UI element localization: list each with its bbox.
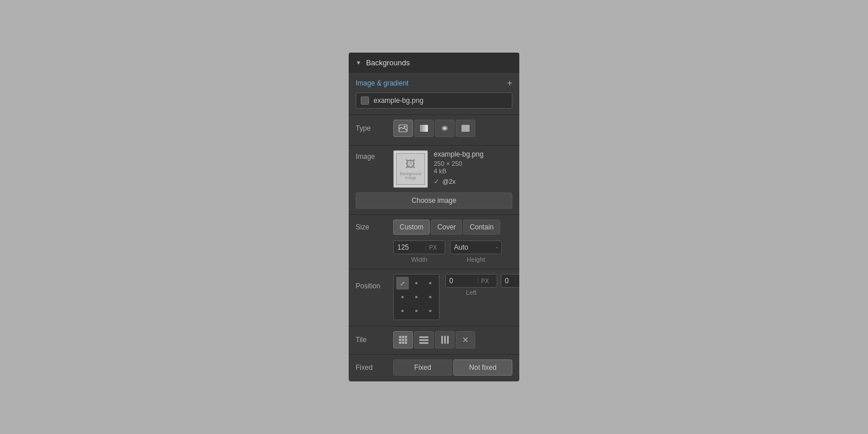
image-name: example-bg.png	[434, 150, 512, 158]
type-section: Type	[349, 115, 519, 146]
filename-text: example-bg.png	[374, 97, 423, 105]
retina-label: @2x	[442, 178, 456, 185]
svg-point-1	[404, 126, 406, 128]
fixed-label: Fixed	[356, 363, 387, 372]
svg-point-4	[441, 125, 448, 131]
tile-vertical-icon	[441, 336, 449, 344]
image-section: Image 🖼 BackgroundImage example-bg.png 2…	[349, 146, 519, 215]
size-section: Size Custom Cover Contain PX Width Auto …	[349, 215, 519, 269]
retina-checkmark: ✓	[434, 177, 439, 186]
size-buttons: Custom Cover Contain	[393, 220, 500, 235]
size-cover-btn[interactable]: Cover	[431, 220, 462, 235]
type-row: Type	[356, 120, 512, 137]
height-dash: -	[496, 243, 498, 251]
type-buttons	[393, 120, 475, 137]
height-auto-text: Auto	[454, 243, 468, 251]
position-section: Position ⤢	[349, 269, 519, 327]
pos-top-left[interactable]: ⤢	[396, 277, 409, 290]
width-input-group: PX Width	[393, 240, 445, 263]
collapse-arrow-icon[interactable]: ▼	[356, 60, 361, 66]
pos-mid-center[interactable]	[410, 291, 423, 303]
width-label: Width	[411, 256, 427, 263]
size-label: Size	[356, 223, 387, 231]
width-input[interactable]	[394, 241, 426, 254]
tile-vertical-btn[interactable]	[435, 331, 455, 348]
image-label: Image	[356, 150, 387, 161]
top-input-wrapper: PX	[501, 274, 519, 288]
image-preview: 🖼 BackgroundImage	[393, 150, 428, 188]
width-unit: PX	[426, 244, 439, 251]
tile-all-icon	[399, 336, 407, 344]
size-custom-btn[interactable]: Custom	[393, 220, 430, 235]
svg-rect-5	[461, 125, 470, 132]
width-input-wrapper: PX	[393, 240, 445, 254]
radial-type-icon	[440, 124, 449, 133]
left-input-wrapper: PX	[445, 274, 497, 288]
image-gradient-label: Image & gradient	[356, 79, 408, 87]
left-input-group: PX Left	[445, 274, 497, 296]
pos-bot-left[interactable]	[396, 305, 409, 317]
position-grid: ⤢	[393, 274, 439, 320]
fixed-button[interactable]: Fixed	[393, 359, 452, 376]
fixed-row: Fixed Fixed Not fixed	[356, 359, 512, 376]
type-radial-btn[interactable]	[435, 120, 455, 137]
backgrounds-panel: ▼ Backgrounds Image & gradient + example…	[349, 53, 519, 381]
tile-none-icon: ✕	[462, 335, 469, 344]
size-inputs: PX Width Auto - Height	[393, 240, 512, 263]
type-image-btn[interactable]	[393, 120, 413, 137]
height-input-wrapper: Auto -	[450, 240, 502, 254]
pos-top-right[interactable]	[424, 277, 437, 290]
left-unit: PX	[478, 278, 492, 284]
tile-row: Tile	[356, 331, 512, 348]
image-gradient-section: Image & gradient + example-bg.png	[349, 73, 519, 115]
tile-all-btn[interactable]	[393, 331, 413, 348]
image-info: example-bg.png 250 × 250 4 kB ✓ @2x	[434, 150, 512, 186]
preview-icon: 🖼	[405, 158, 416, 170]
position-inputs: PX Left PX Top	[445, 274, 519, 296]
preview-text: BackgroundImage	[400, 172, 421, 180]
add-button[interactable]: +	[507, 79, 512, 88]
type-solid-btn[interactable]	[456, 120, 475, 137]
height-label: Height	[467, 256, 485, 263]
position-label: Position	[356, 274, 387, 290]
gradient-type-icon	[419, 124, 429, 133]
retina-row: ✓ @2x	[434, 177, 512, 186]
pos-top-center[interactable]	[410, 277, 423, 290]
pos-mid-left[interactable]	[396, 291, 409, 303]
image-type-icon	[398, 124, 408, 133]
image-dim: 250 × 250	[434, 160, 512, 167]
size-contain-btn[interactable]: Contain	[463, 220, 500, 235]
panel-title: Backgrounds	[366, 58, 410, 67]
left-label: Left	[466, 289, 477, 296]
tile-section: Tile	[349, 327, 519, 355]
tile-none-btn[interactable]: ✕	[456, 331, 475, 348]
filename-row[interactable]: example-bg.png	[356, 92, 512, 109]
not-fixed-button[interactable]: Not fixed	[453, 359, 512, 376]
top-input[interactable]	[501, 275, 519, 287]
svg-rect-2	[420, 125, 428, 132]
choose-image-button[interactable]: Choose image	[356, 192, 512, 209]
fixed-section: Fixed Fixed Not fixed	[349, 355, 519, 381]
image-size: 4 kB	[434, 168, 512, 175]
solid-type-icon	[461, 124, 470, 133]
pos-bot-right[interactable]	[424, 305, 437, 317]
pos-input-row: PX Left PX Top	[445, 274, 519, 296]
position-row: Position ⤢	[356, 274, 512, 320]
filename-checkbox[interactable]	[361, 97, 369, 105]
tile-horizontal-btn[interactable]	[414, 331, 434, 348]
left-input[interactable]	[446, 275, 478, 287]
pos-bot-center[interactable]	[410, 305, 423, 317]
image-row: Image 🖼 BackgroundImage example-bg.png 2…	[356, 150, 512, 188]
fixed-buttons: Fixed Not fixed	[393, 359, 512, 376]
pos-mid-right[interactable]	[424, 291, 437, 303]
top-input-group: PX Top	[501, 274, 519, 296]
size-row: Size Custom Cover Contain	[356, 220, 512, 235]
image-gradient-row: Image & gradient +	[356, 79, 512, 88]
tile-label: Tile	[356, 336, 387, 344]
image-preview-inner: 🖼 BackgroundImage	[396, 153, 425, 185]
tile-buttons: ✕	[393, 331, 475, 348]
type-label: Type	[356, 124, 387, 132]
height-input-group: Auto - Height	[450, 240, 502, 263]
type-gradient-btn[interactable]	[414, 120, 434, 137]
pos-arrows-icon: ⤢	[400, 280, 405, 287]
